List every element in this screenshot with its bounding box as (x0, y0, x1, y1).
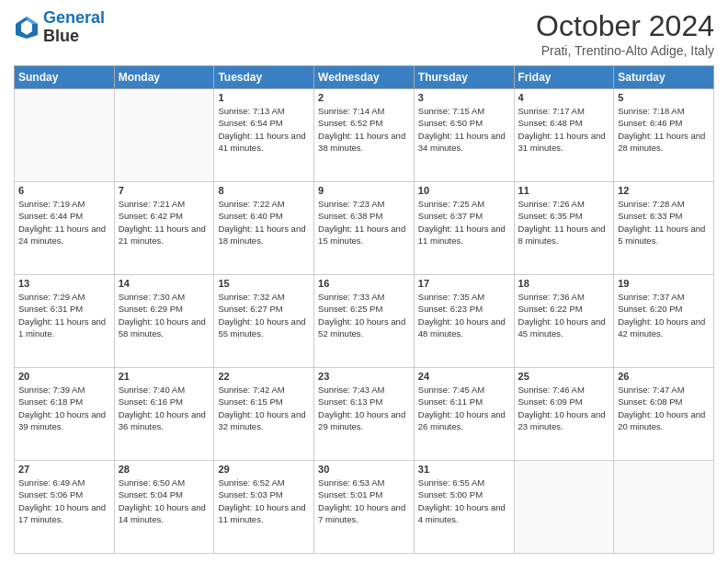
day-number: 13 (18, 278, 110, 289)
day-number: 18 (518, 278, 610, 289)
day-number: 5 (618, 92, 710, 103)
calendar-cell: 21Sunrise: 7:40 AMSunset: 6:16 PMDayligh… (114, 368, 214, 461)
day-number: 29 (218, 464, 310, 475)
day-number: 3 (418, 92, 510, 103)
day-number: 20 (18, 371, 110, 382)
day-number: 23 (318, 371, 410, 382)
day-number: 21 (119, 371, 210, 382)
logo: General Blue (14, 9, 105, 46)
calendar-cell: 25Sunrise: 7:46 AMSunset: 6:09 PMDayligh… (514, 368, 614, 461)
day-info: Sunrise: 7:22 AMSunset: 6:40 PMDaylight:… (218, 198, 310, 247)
day-number: 19 (618, 278, 710, 289)
calendar-cell: 1Sunrise: 7:13 AMSunset: 6:54 PMDaylight… (214, 89, 314, 182)
calendar-day-header: Sunday (15, 66, 115, 89)
calendar-cell (15, 89, 115, 182)
calendar-table: SundayMondayTuesdayWednesdayThursdayFrid… (14, 65, 714, 554)
day-info: Sunrise: 7:45 AMSunset: 6:11 PMDaylight:… (418, 384, 510, 432)
calendar-week-row: 1Sunrise: 7:13 AMSunset: 6:54 PMDaylight… (15, 89, 714, 182)
day-info: Sunrise: 7:17 AMSunset: 6:48 PMDaylight:… (518, 105, 610, 154)
calendar-cell: 9Sunrise: 7:23 AMSunset: 6:38 PMDaylight… (314, 182, 415, 275)
calendar-cell: 6Sunrise: 7:19 AMSunset: 6:44 PMDaylight… (15, 182, 115, 275)
day-number: 17 (418, 278, 510, 289)
day-info: Sunrise: 7:36 AMSunset: 6:22 PMDaylight:… (518, 291, 610, 339)
calendar-cell: 28Sunrise: 6:50 AMSunset: 5:04 PMDayligh… (114, 461, 214, 554)
day-info: Sunrise: 6:53 AMSunset: 5:01 PMDaylight:… (318, 477, 410, 525)
day-number: 15 (218, 278, 310, 289)
day-info: Sunrise: 6:52 AMSunset: 5:03 PMDaylight:… (218, 477, 310, 525)
calendar-cell: 7Sunrise: 7:21 AMSunset: 6:42 PMDaylight… (114, 182, 214, 275)
day-info: Sunrise: 7:40 AMSunset: 6:16 PMDaylight:… (119, 384, 210, 432)
calendar-cell: 31Sunrise: 6:55 AMSunset: 5:00 PMDayligh… (414, 461, 514, 554)
day-info: Sunrise: 7:18 AMSunset: 6:46 PMDaylight:… (618, 105, 710, 154)
day-info: Sunrise: 7:25 AMSunset: 6:37 PMDaylight:… (418, 198, 510, 247)
calendar-day-header: Tuesday (214, 66, 314, 89)
day-info: Sunrise: 7:28 AMSunset: 6:33 PMDaylight:… (618, 198, 710, 247)
day-info: Sunrise: 7:32 AMSunset: 6:27 PMDaylight:… (218, 291, 310, 339)
day-info: Sunrise: 7:47 AMSunset: 6:08 PMDaylight:… (618, 384, 710, 432)
day-number: 31 (418, 464, 510, 475)
calendar-cell: 8Sunrise: 7:22 AMSunset: 6:40 PMDaylight… (214, 182, 314, 275)
day-info: Sunrise: 7:46 AMSunset: 6:09 PMDaylight:… (518, 384, 610, 432)
calendar-cell: 15Sunrise: 7:32 AMSunset: 6:27 PMDayligh… (214, 275, 314, 368)
calendar-cell: 5Sunrise: 7:18 AMSunset: 6:46 PMDaylight… (614, 89, 714, 182)
calendar-cell: 22Sunrise: 7:42 AMSunset: 6:15 PMDayligh… (214, 368, 314, 461)
day-info: Sunrise: 7:39 AMSunset: 6:18 PMDaylight:… (18, 384, 110, 432)
day-number: 27 (18, 464, 110, 475)
calendar-cell: 27Sunrise: 6:49 AMSunset: 5:06 PMDayligh… (15, 461, 115, 554)
day-info: Sunrise: 6:50 AMSunset: 5:04 PMDaylight:… (119, 477, 210, 525)
calendar-cell: 14Sunrise: 7:30 AMSunset: 6:29 PMDayligh… (114, 275, 214, 368)
calendar-cell: 12Sunrise: 7:28 AMSunset: 6:33 PMDayligh… (614, 182, 714, 275)
day-number: 14 (119, 278, 210, 289)
day-info: Sunrise: 7:15 AMSunset: 6:50 PMDaylight:… (418, 105, 510, 154)
day-info: Sunrise: 7:30 AMSunset: 6:29 PMDaylight:… (119, 291, 210, 339)
day-number: 10 (418, 185, 510, 196)
logo-text: General Blue (43, 9, 105, 46)
day-number: 12 (618, 185, 710, 196)
day-info: Sunrise: 7:29 AMSunset: 6:31 PMDaylight:… (18, 291, 110, 339)
day-info: Sunrise: 7:33 AMSunset: 6:25 PMDaylight:… (318, 291, 410, 339)
day-info: Sunrise: 6:49 AMSunset: 5:06 PMDaylight:… (18, 477, 110, 525)
header: General Blue October 2024 Prati, Trentin… (14, 9, 714, 58)
page: General Blue October 2024 Prati, Trentin… (0, 0, 728, 563)
calendar-week-row: 13Sunrise: 7:29 AMSunset: 6:31 PMDayligh… (15, 275, 714, 368)
calendar-cell: 3Sunrise: 7:15 AMSunset: 6:50 PMDaylight… (414, 89, 514, 182)
day-info: Sunrise: 7:26 AMSunset: 6:35 PMDaylight:… (518, 198, 610, 247)
day-number: 9 (318, 185, 410, 196)
logo-icon (14, 15, 40, 40)
calendar-cell: 13Sunrise: 7:29 AMSunset: 6:31 PMDayligh… (15, 275, 115, 368)
calendar-cell: 24Sunrise: 7:45 AMSunset: 6:11 PMDayligh… (414, 368, 514, 461)
calendar-week-row: 27Sunrise: 6:49 AMSunset: 5:06 PMDayligh… (15, 461, 714, 554)
month-title: October 2024 (536, 9, 714, 43)
day-info: Sunrise: 7:14 AMSunset: 6:52 PMDaylight:… (318, 105, 410, 154)
logo-blue: Blue (43, 27, 79, 45)
day-number: 30 (318, 464, 410, 475)
day-info: Sunrise: 7:21 AMSunset: 6:42 PMDaylight:… (119, 198, 210, 247)
day-number: 28 (119, 464, 210, 475)
calendar-cell: 20Sunrise: 7:39 AMSunset: 6:18 PMDayligh… (15, 368, 115, 461)
calendar-cell: 19Sunrise: 7:37 AMSunset: 6:20 PMDayligh… (614, 275, 714, 368)
day-number: 6 (18, 185, 110, 196)
day-info: Sunrise: 7:37 AMSunset: 6:20 PMDaylight:… (618, 291, 710, 339)
day-info: Sunrise: 7:19 AMSunset: 6:44 PMDaylight:… (18, 198, 110, 247)
day-info: Sunrise: 7:13 AMSunset: 6:54 PMDaylight:… (218, 105, 310, 154)
calendar-day-header: Monday (114, 66, 214, 89)
calendar-day-header: Thursday (414, 66, 514, 89)
calendar-cell: 2Sunrise: 7:14 AMSunset: 6:52 PMDaylight… (314, 89, 415, 182)
day-number: 22 (218, 371, 310, 382)
calendar-cell: 10Sunrise: 7:25 AMSunset: 6:37 PMDayligh… (414, 182, 514, 275)
day-number: 26 (618, 371, 710, 382)
calendar-cell: 23Sunrise: 7:43 AMSunset: 6:13 PMDayligh… (314, 368, 415, 461)
day-info: Sunrise: 7:35 AMSunset: 6:23 PMDaylight:… (418, 291, 510, 339)
calendar-cell (614, 461, 714, 554)
calendar-day-header: Wednesday (314, 66, 415, 89)
calendar-cell (514, 461, 614, 554)
calendar-cell: 29Sunrise: 6:52 AMSunset: 5:03 PMDayligh… (214, 461, 314, 554)
calendar-cell: 16Sunrise: 7:33 AMSunset: 6:25 PMDayligh… (314, 275, 415, 368)
day-info: Sunrise: 6:55 AMSunset: 5:00 PMDaylight:… (418, 477, 510, 525)
calendar-week-row: 6Sunrise: 7:19 AMSunset: 6:44 PMDaylight… (15, 182, 714, 275)
day-info: Sunrise: 7:42 AMSunset: 6:15 PMDaylight:… (218, 384, 310, 432)
day-number: 2 (318, 92, 410, 103)
day-number: 16 (318, 278, 410, 289)
day-info: Sunrise: 7:23 AMSunset: 6:38 PMDaylight:… (318, 198, 410, 247)
calendar-cell: 18Sunrise: 7:36 AMSunset: 6:22 PMDayligh… (514, 275, 614, 368)
